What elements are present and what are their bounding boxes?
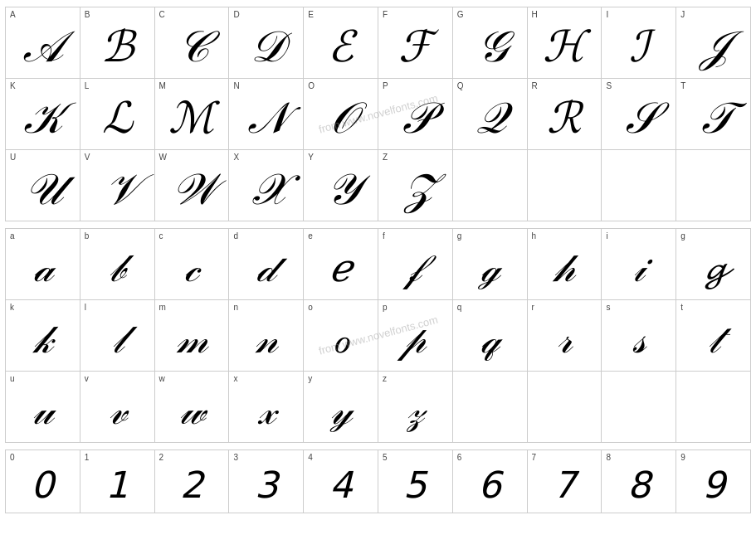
uppercase-row-1: A𝒜 Bℬ C𝒞 D𝒟 Eℰ Fℱ G𝒢 Hℋ Iℐ J𝒥: [6, 7, 750, 79]
cell-empty-4: [676, 150, 750, 221]
cell-empty-3: [602, 150, 676, 221]
cell-I: Iℐ: [602, 7, 676, 78]
cell-e: eℯ: [304, 229, 378, 299]
cell-a: a𝒶: [6, 229, 80, 299]
cell-Q: Q𝒬: [453, 79, 528, 149]
cell-W: W𝒲: [155, 150, 230, 221]
cell-t: t𝓉: [676, 300, 750, 371]
cell-empty-7: [602, 372, 676, 442]
cell-empty-5: [453, 372, 528, 442]
cell-Y: Y𝒴: [304, 150, 378, 221]
cell-z: z𝓏: [378, 372, 453, 442]
cell-k: k𝓀: [6, 300, 80, 371]
cell-o: oℴ: [304, 300, 378, 371]
cell-E: Eℰ: [304, 7, 378, 78]
cell-g: gℊ: [453, 229, 528, 299]
lowercase-section: a𝒶 b𝒷 c𝒸 d𝒹 eℯ f𝒻 gℊ h𝒽 i𝒾 g𝓰 k𝓀 l𝓁 m𝓂 n…: [0, 228, 756, 443]
lowercase-row-2: k𝓀 l𝓁 m𝓂 n𝓃 oℴ p𝓅 q𝓆 r𝓇 s𝓈 t𝓉: [6, 300, 750, 372]
uppercase-section: A𝒜 Bℬ C𝒞 D𝒟 Eℰ Fℱ G𝒢 Hℋ Iℐ J𝒥 K𝒦 Lℒ Mℳ N…: [0, 7, 756, 221]
uppercase-row-2: K𝒦 Lℒ Mℳ N𝒩 O𝒪 P𝒫 Q𝒬 Rℛ S𝒮 T𝒯: [6, 79, 750, 150]
cell-1: 1𝟣: [80, 450, 155, 513]
cell-u: u𝓊: [6, 372, 80, 442]
cell-9: 9𝟫: [676, 450, 750, 513]
numbers-grid: 0𝟢 1𝟣 2𝟤 3𝟥 4𝟦 5𝟧 6𝟨 7𝟩 8𝟪 9𝟫: [5, 450, 751, 513]
lowercase-row-3: u𝓊 v𝓋 w𝓌 x𝓍 y𝓎 z𝓏: [6, 372, 750, 442]
cell-A: A𝒜: [6, 7, 80, 78]
cell-L: Lℒ: [80, 79, 155, 149]
cell-P: P𝒫: [378, 79, 453, 149]
cell-x: x𝓍: [229, 372, 304, 442]
cell-empty-8: [676, 372, 750, 442]
cell-v: v𝓋: [80, 372, 155, 442]
cell-6: 6𝟨: [453, 450, 528, 513]
cell-T: T𝒯: [676, 79, 750, 149]
lowercase-row-1: a𝒶 b𝒷 c𝒸 d𝒹 eℯ f𝒻 gℊ h𝒽 i𝒾 g𝓰: [6, 229, 750, 300]
uppercase-grid: A𝒜 Bℬ C𝒞 D𝒟 Eℰ Fℱ G𝒢 Hℋ Iℐ J𝒥 K𝒦 Lℒ Mℳ N…: [5, 7, 751, 221]
cell-h: h𝒽: [528, 229, 602, 299]
cell-5: 5𝟧: [378, 450, 453, 513]
cell-m: m𝓂: [155, 300, 230, 371]
cell-3: 3𝟥: [229, 450, 304, 513]
cell-V: V𝒱: [80, 150, 155, 221]
cell-G: G𝒢: [453, 7, 528, 78]
cell-S: S𝒮: [602, 79, 676, 149]
cell-H: Hℋ: [528, 7, 602, 78]
cell-f: f𝒻: [378, 229, 453, 299]
cell-l: l𝓁: [80, 300, 155, 371]
cell-w: w𝓌: [155, 372, 230, 442]
cell-4: 4𝟦: [304, 450, 378, 513]
cell-8: 8𝟪: [602, 450, 676, 513]
cell-0: 0𝟢: [6, 450, 80, 513]
cell-i: i𝒾: [602, 229, 676, 299]
cell-O: O𝒪: [304, 79, 378, 149]
lowercase-grid: a𝒶 b𝒷 c𝒸 d𝒹 eℯ f𝒻 gℊ h𝒽 i𝒾 g𝓰 k𝓀 l𝓁 m𝓂 n…: [5, 228, 751, 443]
cell-M: Mℳ: [155, 79, 230, 149]
cell-q: q𝓆: [453, 300, 528, 371]
uppercase-row-3: U𝒰 V𝒱 W𝒲 X𝒳 Y𝒴 Z𝒵: [6, 150, 750, 221]
cell-empty-1: [453, 150, 528, 221]
cell-F: Fℱ: [378, 7, 453, 78]
cell-C: C𝒞: [155, 7, 230, 78]
cell-2: 2𝟤: [155, 450, 230, 513]
numbers-row: 0𝟢 1𝟣 2𝟤 3𝟥 4𝟦 5𝟧 6𝟨 7𝟩 8𝟪 9𝟫: [6, 450, 750, 513]
cell-N: N𝒩: [229, 79, 304, 149]
cell-D: D𝒟: [229, 7, 304, 78]
cell-empty-2: [528, 150, 602, 221]
cell-y: y𝓎: [304, 372, 378, 442]
cell-K: K𝒦: [6, 79, 80, 149]
cell-B: Bℬ: [80, 7, 155, 78]
cell-s: s𝓈: [602, 300, 676, 371]
cell-b: b𝒷: [80, 229, 155, 299]
cell-d: d𝒹: [229, 229, 304, 299]
cell-U: U𝒰: [6, 150, 80, 221]
cell-Z: Z𝒵: [378, 150, 453, 221]
cell-X: X𝒳: [229, 150, 304, 221]
cell-p: p𝓅: [378, 300, 453, 371]
cell-r: r𝓇: [528, 300, 602, 371]
cell-c: c𝒸: [155, 229, 230, 299]
cell-7: 7𝟩: [528, 450, 602, 513]
numbers-section: 0𝟢 1𝟣 2𝟤 3𝟥 4𝟦 5𝟧 6𝟨 7𝟩 8𝟪 9𝟫: [0, 450, 756, 513]
cell-n: n𝓃: [229, 300, 304, 371]
cell-J: J𝒥: [676, 7, 750, 78]
cell-g2: g𝓰: [676, 229, 750, 299]
cell-R: Rℛ: [528, 79, 602, 149]
cell-empty-6: [528, 372, 602, 442]
